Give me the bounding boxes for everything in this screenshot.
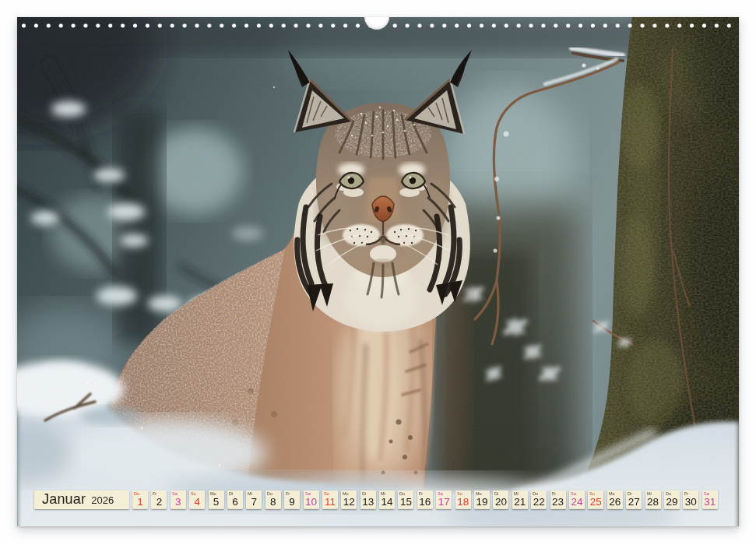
day-number: 31 [702, 497, 718, 508]
calendar-day-cell: Mi21 [512, 490, 528, 509]
calendar-day-cell: Mo5 [209, 490, 224, 509]
calendar-photo-lynx: Januar 2026 Do1Fr2Sa3So4Mo5Di6Mi7Do8Fr9S… [17, 17, 739, 526]
day-number: 11 [322, 497, 338, 508]
calendar-day-cell: Sa10 [304, 490, 319, 509]
calendar-day-cell: Di13 [360, 490, 376, 509]
day-number: 8 [265, 497, 281, 508]
calendar-day-cell: Do15 [398, 490, 413, 509]
photo-grain [17, 17, 739, 526]
weekday-abbr: Mi [381, 491, 385, 496]
day-cells: Do1Fr2Sa3So4Mo5Di6Mi7Do8Fr9Sa10So11Mo12D… [132, 490, 718, 509]
calendar-day-cell: Do8 [265, 490, 281, 509]
weekday-abbr: Di [362, 491, 366, 496]
day-number: 14 [379, 497, 395, 508]
day-number: 16 [417, 497, 433, 508]
day-number: 26 [607, 497, 623, 508]
weekday-abbr: Fr [153, 491, 156, 496]
day-number: 17 [436, 497, 452, 508]
weekday-abbr: Sa [438, 491, 443, 496]
day-number: 25 [588, 497, 603, 508]
day-number: 27 [626, 497, 642, 508]
weekday-abbr: Mo [210, 491, 216, 496]
weekday-abbr: So [191, 491, 196, 496]
day-number: 21 [512, 497, 528, 508]
weekday-abbr: Sa [571, 491, 576, 496]
day-number: 19 [474, 497, 490, 508]
year-label: 2026 [91, 494, 114, 506]
day-number: 6 [227, 497, 243, 508]
day-number: 29 [664, 497, 680, 508]
calendar-day-cell: Do29 [664, 490, 680, 509]
calendar-day-cell: So25 [588, 490, 603, 509]
day-number: 18 [455, 497, 471, 508]
day-number: 2 [151, 497, 167, 508]
day-number: 5 [209, 497, 224, 508]
calendar-day-cell: Fr16 [417, 490, 433, 509]
weekday-abbr: So [457, 491, 462, 496]
month-name: Januar [42, 490, 86, 508]
weekday-abbr: Mo [609, 491, 615, 496]
calendar-day-cell: Sa17 [436, 490, 452, 509]
weekday-abbr: Fr [286, 491, 290, 496]
calendar-day-cell: Di6 [227, 490, 243, 509]
day-number: 12 [341, 497, 357, 508]
calendar-day-cell: Mi7 [246, 490, 262, 509]
calendar-day-cell: Fr23 [550, 490, 566, 509]
calendar-day-cell: So4 [189, 490, 205, 509]
calendar-day-cell: Fr9 [284, 490, 300, 509]
weekday-abbr: Do [666, 491, 671, 496]
calendar-day-cell: Mi14 [379, 490, 395, 509]
weekday-abbr: Sa [172, 491, 178, 496]
calendar-day-cell: Do22 [531, 490, 547, 509]
day-number: 28 [645, 497, 661, 508]
weekday-abbr: Mi [248, 491, 252, 496]
day-number: 1 [132, 497, 148, 508]
calendar-day-cell: Mo26 [607, 490, 623, 509]
weekday-abbr: Sa [305, 491, 311, 496]
weekday-abbr: So [589, 491, 595, 496]
day-number: 7 [246, 497, 262, 508]
weekday-abbr: Fr [684, 491, 688, 496]
calendar-day-cell: Di20 [493, 490, 508, 509]
day-number: 3 [171, 497, 186, 508]
weekday-abbr: Do [267, 491, 273, 496]
calendar-day-cell: Fr2 [151, 490, 167, 509]
weekday-abbr: Mo [343, 491, 349, 496]
weekday-abbr: Mo [476, 491, 482, 496]
calendar-day-cell: So18 [455, 490, 471, 509]
calendar-page: Januar 2026 Do1Fr2Sa3So4Mo5Di6Mi7Do8Fr9S… [0, 0, 756, 545]
month-year-label: Januar 2026 [34, 490, 129, 509]
weekday-abbr: Do [533, 491, 538, 496]
weekday-abbr: Sa [704, 491, 709, 496]
calendar-day-cell: Di27 [626, 490, 642, 509]
calendar-day-cell: Do1 [132, 490, 148, 509]
day-number: 9 [284, 497, 300, 508]
calendar-strip: Januar 2026 Do1Fr2Sa3So4Mo5Di6Mi7Do8Fr9S… [34, 490, 718, 509]
day-number: 10 [304, 497, 319, 508]
lynx-winter-scene [17, 17, 739, 526]
day-number: 22 [531, 497, 547, 508]
day-number: 13 [360, 497, 376, 508]
calendar-day-cell: So11 [322, 490, 338, 509]
calendar-day-cell: Mo19 [474, 490, 490, 509]
calendar-day-cell: Fr30 [683, 490, 698, 509]
weekday-abbr: Fr [419, 491, 423, 496]
calendar-day-cell: Mi28 [645, 490, 661, 509]
weekday-abbr: Do [399, 491, 405, 496]
weekday-abbr: Do [134, 491, 139, 496]
weekday-abbr: Di [494, 491, 498, 496]
day-number: 4 [189, 497, 205, 508]
day-number: 24 [569, 497, 585, 508]
weekday-abbr: Mi [514, 491, 519, 496]
weekday-abbr: Di [628, 491, 631, 496]
day-number: 30 [683, 497, 698, 508]
weekday-abbr: Mi [647, 491, 652, 496]
weekday-abbr: Di [229, 491, 233, 496]
day-number: 20 [493, 497, 508, 508]
weekday-abbr: So [324, 491, 329, 496]
calendar-day-cell: Sa3 [171, 490, 186, 509]
calendar-day-cell: Sa31 [702, 490, 718, 509]
weekday-abbr: Fr [552, 491, 556, 496]
calendar-day-cell: Mo12 [341, 490, 357, 509]
day-number: 15 [398, 497, 413, 508]
